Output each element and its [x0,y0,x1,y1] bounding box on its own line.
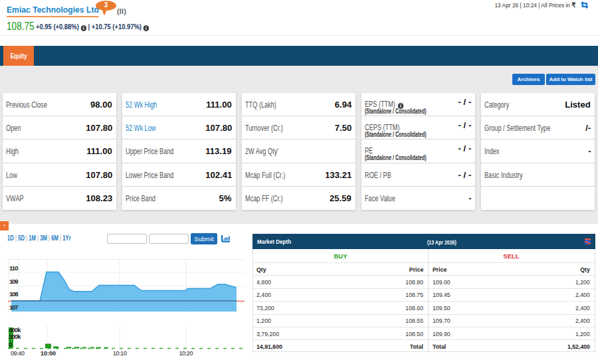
svg-text:10:00: 10:00 [41,350,56,357]
svg-text:200k: 200k [9,333,21,340]
svg-text:10:10: 10:10 [113,350,127,357]
svg-text:110: 110 [9,264,19,272]
svg-text:108: 108 [9,290,19,298]
svg-text:109: 109 [9,278,19,285]
svg-text:0: 0 [9,341,12,348]
svg-text:09:40: 09:40 [11,350,25,357]
svg-text:107: 107 [9,304,19,311]
svg-text:10:20: 10:20 [179,350,193,357]
